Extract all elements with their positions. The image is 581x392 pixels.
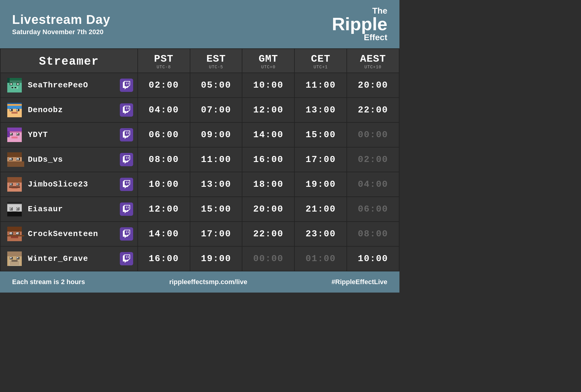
time-cell: 19:00 [294, 172, 347, 197]
time-value: 14:00 [253, 130, 284, 140]
time-cell: 06:00 [138, 122, 190, 147]
time-value: 15:00 [306, 130, 336, 140]
time-value: 02:00 [358, 154, 388, 165]
avatar [5, 150, 24, 169]
time-cell: 00:00 [242, 246, 294, 271]
time-value: 10:00 [149, 179, 179, 190]
time-cell: 20:00 [347, 73, 399, 98]
time-value: 06:00 [358, 204, 388, 214]
time-value: 07:00 [201, 105, 231, 115]
time-value: 22:00 [358, 105, 388, 115]
time-value: 21:00 [306, 204, 336, 214]
time-cell: 20:00 [242, 197, 294, 222]
time-value: 19:00 [201, 254, 231, 264]
header-title: Livestream Day [12, 12, 110, 27]
time-cell: 08:00 [347, 222, 399, 246]
time-value: 20:00 [253, 204, 284, 214]
time-value: 23:00 [306, 229, 336, 239]
streamer-name: Eiasaur [28, 205, 116, 214]
time-value: 05:00 [201, 80, 231, 90]
time-value: 13:00 [306, 105, 336, 115]
time-value: 10:00 [253, 80, 284, 90]
time-cell: 17:00 [190, 222, 242, 246]
time-value: 09:00 [201, 130, 231, 140]
time-value: 01:00 [306, 254, 336, 264]
table-row: Denoobz 04:0007:0012:0013:0022:00 [0, 98, 399, 122]
twitch-icon[interactable] [120, 128, 133, 141]
streamer-column-header: Streamer [0, 49, 138, 73]
time-value: 00:00 [253, 254, 284, 264]
streamer-cell-3: DuDs_vs [0, 147, 138, 172]
avatar [5, 224, 24, 244]
twitch-icon[interactable] [120, 153, 133, 166]
streamer-cell-6: CrockSeventeen [0, 222, 138, 246]
avatar [5, 125, 24, 144]
time-value: 19:00 [306, 179, 336, 190]
time-value: 17:00 [306, 154, 336, 165]
time-value: 12:00 [253, 105, 284, 115]
column-headers: Streamer PST UTC-8 EST UTC-5 GMT UTC+0 C… [0, 49, 399, 73]
time-value: 00:00 [358, 130, 388, 140]
streamer-name: YDYT [28, 130, 116, 139]
time-cell: 05:00 [190, 73, 242, 98]
time-value: 11:00 [201, 154, 231, 165]
time-value: 14:00 [149, 229, 179, 239]
time-value: 16:00 [149, 254, 179, 264]
streamer-cell-7: Winter_Grave [0, 246, 138, 271]
table-row: JimboSlice23 10:0013:0018:0019:0004:00 [0, 172, 399, 197]
time-value: 16:00 [253, 154, 284, 165]
logo-effect: Effect [332, 33, 387, 42]
time-cell: 09:00 [190, 122, 242, 147]
time-cell: 02:00 [347, 147, 399, 172]
time-cell: 22:00 [347, 98, 399, 122]
time-cell: 08:00 [138, 147, 190, 172]
twitch-icon[interactable] [120, 178, 133, 191]
time-cell: 10:00 [347, 246, 399, 271]
table-row: DuDs_vs 08:0011:0016:0017:0002:00 [0, 147, 399, 172]
streamer-name: DuDs_vs [28, 155, 116, 164]
time-value: 10:00 [358, 254, 388, 264]
time-cell: 01:00 [294, 246, 347, 271]
time-cell: 17:00 [294, 147, 347, 172]
time-value: 02:00 [149, 80, 179, 90]
twitch-icon[interactable] [120, 227, 133, 241]
streamer-name: CrockSeventeen [28, 229, 116, 238]
time-cell: 02:00 [138, 73, 190, 98]
gmt-column-header: GMT UTC+0 [242, 49, 294, 73]
time-cell: 16:00 [138, 246, 190, 271]
time-cell: 22:00 [242, 222, 294, 246]
time-cell: 07:00 [190, 98, 242, 122]
streamer-name: JimboSlice23 [28, 180, 116, 189]
avatar [5, 76, 24, 95]
footer-center: rippleeffectsmp.com/live [169, 278, 247, 286]
table-row: Eiasaur 12:0015:0020:0021:0006:00 [0, 197, 399, 222]
time-value: 06:00 [149, 130, 179, 140]
time-cell: 15:00 [294, 122, 347, 147]
streamer-name: SeaThreePeeO [28, 81, 116, 90]
time-value: 18:00 [253, 179, 284, 190]
cet-column-header: CET UTC+1 [294, 49, 347, 73]
time-cell: 12:00 [138, 197, 190, 222]
time-cell: 12:00 [242, 98, 294, 122]
twitch-icon[interactable] [120, 79, 133, 92]
time-value: 13:00 [201, 179, 231, 190]
time-cell: 21:00 [294, 197, 347, 222]
twitch-icon[interactable] [120, 103, 133, 117]
time-cell: 11:00 [190, 147, 242, 172]
streamer-cell-4: JimboSlice23 [0, 172, 138, 197]
streamer-cell-1: Denoobz [0, 98, 138, 122]
aest-column-header: AEST UTC+10 [347, 49, 399, 73]
time-cell: 14:00 [242, 122, 294, 147]
time-value: 22:00 [253, 229, 284, 239]
avatar [5, 175, 24, 194]
header: Livestream Day Saturday November 7th 202… [0, 0, 399, 48]
logo-ripple: Ripple [332, 15, 387, 33]
twitch-icon[interactable] [120, 202, 133, 216]
time-cell: 19:00 [190, 246, 242, 271]
streamer-name: Winter_Grave [28, 254, 116, 263]
table-row: YDYT 06:0009:0014:0015:0000:00 [0, 122, 399, 147]
avatar [5, 199, 24, 219]
twitch-icon[interactable] [120, 252, 133, 265]
time-value: 08:00 [149, 154, 179, 165]
header-logo: The Ripple Effect [332, 7, 387, 42]
